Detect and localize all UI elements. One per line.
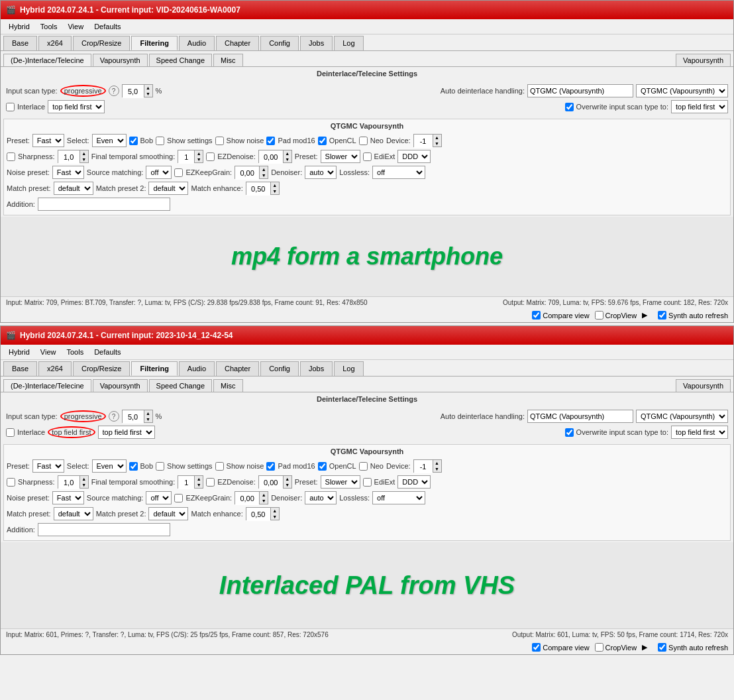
interlace-checkbox-2[interactable] <box>6 428 15 437</box>
ezdenoise-spinbox-1[interactable]: ▲ ▼ <box>258 150 292 163</box>
device-up-2[interactable]: ▲ <box>433 460 441 466</box>
sub-tab-vapoursynth-1[interactable]: Vapoursynth <box>93 54 148 66</box>
sub-tab-vapoursynth-2[interactable]: Vapoursynth <box>93 379 148 392</box>
device-up-1[interactable]: ▲ <box>433 135 441 141</box>
match-preset2-select-1[interactable]: default <box>148 182 188 195</box>
denoiser-select-2[interactable]: auto <box>305 491 337 504</box>
ezkeepgrain-input-1[interactable] <box>235 166 259 180</box>
scan-type-down-2[interactable]: ▼ <box>144 416 152 422</box>
tab-filtering-2[interactable]: Filtering <box>131 361 177 376</box>
final-temporal-spinbox-2[interactable]: ▲ ▼ <box>178 475 203 489</box>
match-preset-select-1[interactable]: default <box>54 182 93 195</box>
lossless-select-2[interactable]: off <box>372 491 425 504</box>
match-enhance-down-1[interactable]: ▼ <box>271 188 279 194</box>
compare-view-checkbox-2[interactable] <box>532 643 541 652</box>
sharpness-input-2[interactable] <box>58 476 79 489</box>
auto-deinterlace-dropdown-1[interactable]: QTGMC (Vapoursynth) <box>636 84 728 97</box>
sharpness-input-1[interactable] <box>58 150 79 164</box>
sub-tab-speedchange-1[interactable]: Speed Change <box>149 54 212 66</box>
overwrite-select-2[interactable]: top field first <box>671 426 728 439</box>
sub-tab-right-2[interactable]: Vapoursynth <box>676 379 731 392</box>
select-select-2[interactable]: Even <box>92 459 127 473</box>
sharpness-down-1[interactable]: ▼ <box>80 156 88 162</box>
scan-type-input-1[interactable] <box>123 85 144 98</box>
ediext-select-2[interactable]: DDD <box>397 475 431 489</box>
ediext-checkbox-1[interactable] <box>363 152 372 161</box>
tab-jobs-1[interactable]: Jobs <box>300 36 333 50</box>
ezdenoise-checkbox-1[interactable] <box>206 152 215 161</box>
final-temporal-input-2[interactable] <box>178 476 194 489</box>
crop-view-checkbox-2[interactable] <box>595 643 603 652</box>
sharpness-spinbox-2[interactable]: ▲ ▼ <box>58 475 89 489</box>
device-down-1[interactable]: ▼ <box>433 141 441 146</box>
neo-checkbox-1[interactable] <box>359 137 368 145</box>
tab-base-2[interactable]: Base <box>3 361 37 376</box>
show-noise-checkbox-1[interactable] <box>215 137 224 145</box>
ezkeepgrain-up-2[interactable]: ▲ <box>260 492 268 498</box>
scan-type-spinbox-1[interactable]: ▲ ▼ <box>122 84 153 97</box>
device-spinbox-1[interactable]: ▲ ▼ <box>413 134 442 147</box>
denoiser-select-1[interactable]: auto <box>305 166 337 179</box>
match-preset-select-2[interactable]: default <box>54 507 93 520</box>
help-icon-2[interactable]: ? <box>109 411 119 422</box>
scan-type-spinbox-2[interactable]: ▲ ▼ <box>122 410 153 423</box>
match-preset2-select-2[interactable]: default <box>148 507 188 520</box>
ediext-select-1[interactable]: DDD <box>397 150 431 163</box>
opencl-checkbox-1[interactable] <box>318 137 327 145</box>
preset2-select-2[interactable]: Slower <box>321 475 360 489</box>
sub-tab-right-1[interactable]: Vapoursynth <box>676 54 731 66</box>
tab-log-1[interactable]: Log <box>334 36 363 50</box>
preset-select-1[interactable]: Fast <box>32 134 64 147</box>
show-noise-checkbox-2[interactable] <box>215 462 224 471</box>
opencl-checkbox-2[interactable] <box>318 462 327 471</box>
noise-preset-select-1[interactable]: Fast <box>52 166 84 179</box>
preset2-select-1[interactable]: Slower <box>321 150 360 163</box>
sub-tab-deinterlace-2[interactable]: (De-)Interlace/Telecine <box>3 379 91 392</box>
device-down-2[interactable]: ▼ <box>433 466 441 472</box>
help-icon-1[interactable]: ? <box>109 86 119 96</box>
ezkeepgrain-checkbox-1[interactable] <box>174 168 183 177</box>
tab-config-1[interactable]: Config <box>260 36 299 50</box>
menu-view-1[interactable]: View <box>62 21 89 32</box>
ezkeepgrain-up-1[interactable]: ▲ <box>260 166 268 172</box>
sharpness-checkbox-2[interactable] <box>7 478 15 487</box>
scan-type-down-1[interactable]: ▼ <box>144 91 152 97</box>
select-select-1[interactable]: Even <box>92 134 127 147</box>
tab-x264-1[interactable]: x264 <box>38 36 72 50</box>
bob-checkbox-2[interactable] <box>129 462 138 471</box>
menu-view-2[interactable]: View <box>35 346 62 358</box>
tab-base-1[interactable]: Base <box>3 36 37 50</box>
final-temporal-input-1[interactable] <box>178 150 194 164</box>
sub-tab-misc-1[interactable]: Misc <box>213 54 243 66</box>
pad-mod16-checkbox-2[interactable] <box>266 462 275 471</box>
device-input-1[interactable] <box>414 135 433 148</box>
sharpness-up-2[interactable]: ▲ <box>80 476 88 482</box>
ezdenoise-input-2[interactable] <box>259 476 283 489</box>
ezkeepgrain-down-1[interactable]: ▼ <box>260 172 268 178</box>
sub-tab-speedchange-2[interactable]: Speed Change <box>149 379 212 392</box>
scan-type-up-2[interactable]: ▲ <box>144 410 152 416</box>
sharpness-up-1[interactable]: ▲ <box>80 150 88 156</box>
addition-input-2[interactable] <box>38 523 170 536</box>
tab-x264-2[interactable]: x264 <box>38 361 72 376</box>
auto-deinterlace-dropdown-2[interactable]: QTGMC (Vapoursynth) <box>636 410 728 423</box>
match-enhance-down-2[interactable]: ▼ <box>271 514 279 520</box>
auto-deinterlace-value-1[interactable] <box>527 84 633 97</box>
lossless-select-1[interactable]: off <box>372 166 425 179</box>
ezdenoise-spinbox-2[interactable]: ▲ ▼ <box>258 475 292 489</box>
sub-tab-misc-2[interactable]: Misc <box>213 379 243 392</box>
sharpness-spinbox-1[interactable]: ▲ ▼ <box>58 150 89 163</box>
tab-filtering-1[interactable]: Filtering <box>131 36 177 50</box>
ezkeepgrain-spinbox-2[interactable]: ▲ ▼ <box>235 491 268 504</box>
ezkeepgrain-input-2[interactable] <box>235 492 259 505</box>
top-field-select-2[interactable]: top field first <box>98 426 155 439</box>
ezdenoise-up-1[interactable]: ▲ <box>284 150 291 156</box>
ezkeepgrain-spinbox-1[interactable]: ▲ ▼ <box>235 166 268 179</box>
top-field-select-1[interactable]: top field first <box>48 100 105 113</box>
match-enhance-input-2[interactable] <box>246 508 270 521</box>
tab-audio-2[interactable]: Audio <box>179 361 215 376</box>
scan-type-up-1[interactable]: ▲ <box>144 85 152 91</box>
tab-jobs-2[interactable]: Jobs <box>300 361 333 376</box>
tab-crop-1[interactable]: Crop/Resize <box>73 36 131 50</box>
auto-deinterlace-value-2[interactable] <box>527 410 633 423</box>
